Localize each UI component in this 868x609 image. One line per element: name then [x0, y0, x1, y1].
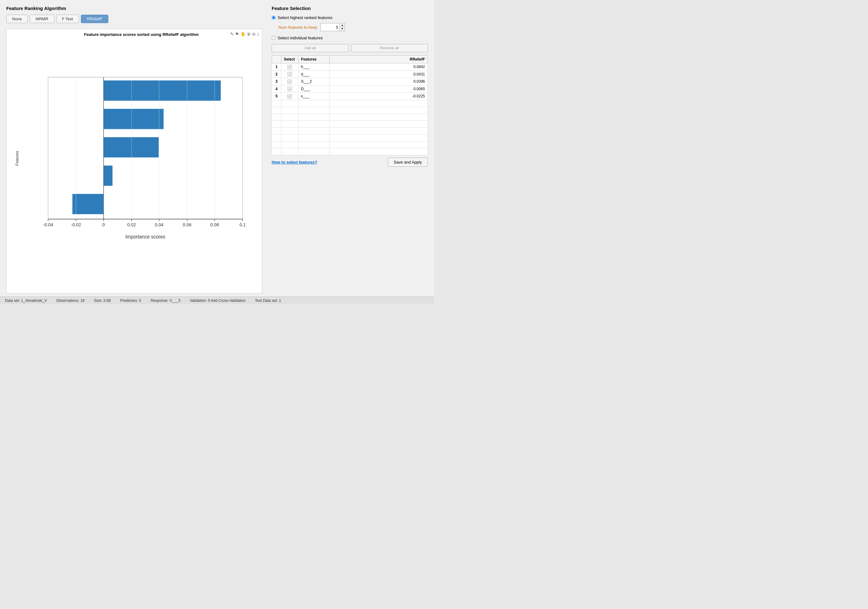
chart-toolbar: ✎ ⚑ ✋ ⊕ ⊖ ⌂ — [230, 31, 259, 37]
num-features-row: Num features to keep ▲ ▼ — [279, 23, 428, 31]
add-all-btn[interactable]: Add all — [272, 44, 349, 52]
status-predictors: Predictors: 5 — [120, 298, 141, 303]
feature-selection-title: Feature Selection — [272, 6, 428, 11]
radio-individual-row: Select individual features — [272, 36, 428, 40]
checkbox-2[interactable]: ✓ — [288, 72, 292, 76]
algo-btn-ftest[interactable]: F Test — [56, 15, 79, 23]
num-features-input-wrapper: ▲ ▼ — [320, 23, 345, 31]
row-score-2: 0.0431 — [330, 71, 428, 78]
save-apply-button[interactable]: Save and Apply — [388, 158, 428, 167]
chart-title: Feature importance scores sorted using R… — [24, 32, 259, 37]
brush-icon[interactable]: ⚑ — [235, 31, 239, 37]
num-features-label: Num features to keep — [279, 25, 317, 29]
home-icon[interactable]: ⌂ — [257, 31, 259, 37]
svg-rect-21 — [104, 109, 164, 129]
table-row-empty — [272, 127, 428, 134]
status-dataset: Data set: 1_Almatinski_V — [5, 298, 47, 303]
algo-buttons: None MRMR F Test RReliefF — [6, 15, 262, 23]
spin-down-btn[interactable]: ▼ — [340, 27, 345, 31]
table-row-empty — [272, 100, 428, 107]
col-header-index — [272, 56, 281, 64]
algo-btn-mrmr[interactable]: MRMR — [29, 15, 54, 23]
row-index-2: 2 — [272, 71, 281, 78]
status-test-dataset: Test Data set: 1 — [255, 298, 281, 303]
checkbox-4[interactable]: ✓ — [288, 87, 292, 91]
svg-text:0.08: 0.08 — [211, 222, 219, 227]
svg-rect-23 — [104, 166, 113, 186]
features-table-body: 1 ✓ h___ 0.0842 2 ✓ d___ 0.0431 — [272, 64, 428, 155]
bottom-actions: How to select features? Save and Apply — [272, 158, 428, 167]
checkbox-3[interactable]: ✓ — [288, 80, 292, 84]
table-row: 5 ✓ x___ -0.0225 — [272, 93, 428, 100]
checkbox-1[interactable]: ✓ — [288, 65, 292, 69]
svg-text:-0.04: -0.04 — [43, 222, 53, 227]
algo-btn-none[interactable]: None — [6, 15, 28, 23]
svg-text:0.02: 0.02 — [127, 222, 136, 227]
row-index-1: 1 — [272, 64, 281, 71]
row-score-5: -0.0225 — [330, 93, 428, 100]
row-score-4: 0.0065 — [330, 85, 428, 93]
status-observations: Observations: 19 — [56, 298, 85, 303]
checkbox-5[interactable]: ✓ — [288, 94, 292, 99]
chart-area: Feature importance scores sorted using R… — [6, 29, 262, 293]
features-table-header: Select Features RReliefF — [272, 56, 428, 64]
row-check-5[interactable]: ✓ — [281, 93, 299, 100]
radio-highest-row: Select highest ranked features — [272, 15, 428, 20]
table-row-empty — [272, 114, 428, 121]
radio-individual[interactable] — [272, 36, 276, 40]
table-row-empty — [272, 121, 428, 127]
row-check-2[interactable]: ✓ — [281, 71, 299, 78]
radio-individual-label[interactable]: Select individual features — [277, 36, 323, 40]
row-index-5: 5 — [272, 93, 281, 100]
table-row: 4 ✓ D___ 0.0065 — [272, 85, 428, 93]
row-check-3[interactable]: ✓ — [281, 78, 299, 85]
how-to-link[interactable]: How to select features? — [272, 160, 317, 164]
bar-chart-svg: -0.04 -0.02 0 0.02 0.04 0.06 0.08 — [24, 39, 259, 278]
spin-up-btn[interactable]: ▲ — [340, 23, 345, 27]
table-row-empty — [272, 148, 428, 155]
svg-text:0: 0 — [102, 222, 105, 227]
row-index-4: 4 — [272, 85, 281, 93]
svg-text:0.06: 0.06 — [183, 222, 191, 227]
svg-rect-22 — [104, 137, 159, 157]
left-panel-title: Feature Ranking Algorithm — [6, 6, 262, 11]
features-table: Select Features RReliefF 1 ✓ h___ 0.0842 — [272, 55, 428, 155]
row-check-1[interactable]: ✓ — [281, 64, 299, 71]
right-panel: Feature Selection Select highest ranked … — [272, 6, 428, 293]
svg-text:-0.02: -0.02 — [71, 222, 81, 227]
status-response: Response: V___3 — [150, 298, 180, 303]
zoom-out-icon[interactable]: ⊖ — [252, 31, 256, 37]
num-features-input[interactable] — [321, 24, 339, 30]
edit-icon[interactable]: ✎ — [230, 31, 234, 37]
main-container: Feature Ranking Algorithm None MRMR F Te… — [0, 0, 434, 304]
row-feature-4: D___ — [299, 85, 330, 93]
left-panel: Feature Ranking Algorithm None MRMR F Te… — [6, 6, 262, 293]
svg-rect-24 — [73, 194, 104, 214]
svg-text:Importance scores: Importance scores — [125, 234, 165, 239]
row-check-4[interactable]: ✓ — [281, 85, 299, 93]
radio-highest[interactable] — [272, 15, 276, 20]
remove-all-btn[interactable]: Remove all — [351, 44, 428, 52]
y-axis-label: Features — [15, 151, 19, 166]
row-feature-2: d___ — [299, 71, 330, 78]
row-feature-1: h___ — [299, 64, 330, 71]
row-index-3: 3 — [272, 78, 281, 85]
row-feature-3: S___2 — [299, 78, 330, 85]
spin-buttons: ▲ ▼ — [339, 23, 345, 31]
table-row-empty — [272, 134, 428, 141]
pan-icon[interactable]: ✋ — [240, 31, 246, 37]
svg-text:0.04: 0.04 — [155, 222, 164, 227]
algo-btn-rrelieff[interactable]: RReliefF — [81, 15, 108, 23]
row-score-3: 0.0396 — [330, 78, 428, 85]
radio-highest-label[interactable]: Select highest ranked features — [277, 15, 333, 20]
row-score-1: 0.0842 — [330, 64, 428, 71]
row-feature-5: x___ — [299, 93, 330, 100]
table-row-empty — [272, 107, 428, 114]
action-buttons: Add all Remove all — [272, 44, 428, 52]
status-bar: Data set: 1_Almatinski_V Observations: 1… — [0, 296, 434, 304]
table-row-empty — [272, 141, 428, 148]
col-header-select: Select — [281, 56, 299, 64]
status-validation: Validation: 5-fold Cross-Validation — [190, 298, 246, 303]
table-row: 3 ✓ S___2 0.0396 — [272, 78, 428, 85]
zoom-in-icon[interactable]: ⊕ — [247, 31, 251, 37]
